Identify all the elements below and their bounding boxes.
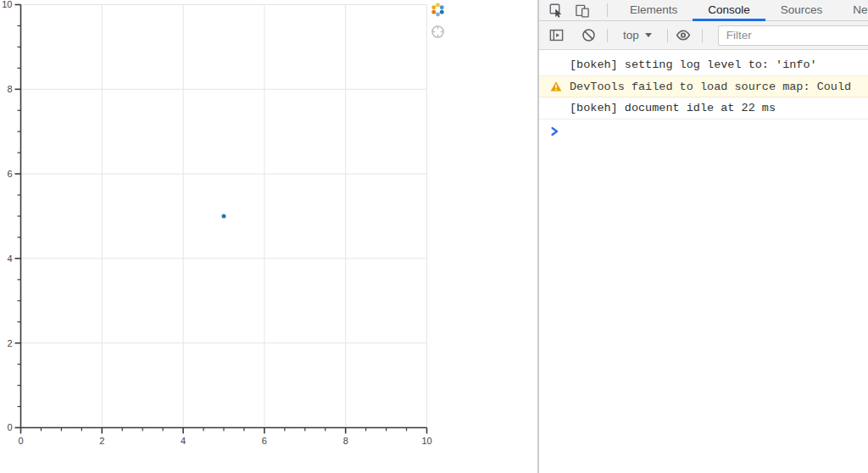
tab-sources[interactable]: Sources xyxy=(765,0,838,21)
toolbar-separator xyxy=(702,29,703,42)
devtools-tabs: Elements Console Sources Network xyxy=(615,0,868,21)
dropdown-caret-icon xyxy=(645,33,652,37)
bokeh-logo-icon[interactable] xyxy=(430,2,446,18)
toggle-device-toolbar-button[interactable] xyxy=(574,2,591,19)
execution-context-selector[interactable]: top xyxy=(615,29,660,42)
svg-text:6: 6 xyxy=(7,169,12,179)
bokeh-plot[interactable]: 02468100246810 xyxy=(0,0,458,454)
console-prompt-icon xyxy=(550,127,559,136)
svg-text:0: 0 xyxy=(7,422,12,432)
tab-network[interactable]: Network xyxy=(837,0,868,21)
svg-text:0: 0 xyxy=(18,436,23,446)
toolbar-separator xyxy=(667,29,668,42)
inspect-element-icon xyxy=(548,3,564,18)
console-warning-row[interactable]: DevTools failed to load source map: Coul… xyxy=(539,76,868,97)
svg-text:10: 10 xyxy=(2,0,12,9)
devtools-panel: Elements Console Sources Network top xyxy=(537,0,868,473)
svg-text:10: 10 xyxy=(421,436,431,446)
clear-console-button[interactable] xyxy=(580,27,597,44)
svg-text:4: 4 xyxy=(181,436,186,446)
console-toolbar: top xyxy=(539,21,868,50)
svg-text:2: 2 xyxy=(7,338,12,348)
live-expression-eye-icon xyxy=(675,25,692,45)
bokeh-toolbar xyxy=(428,2,447,39)
devtools-tabbar: Elements Console Sources Network xyxy=(539,0,868,21)
toolbar-separator xyxy=(607,29,608,42)
live-expression-button[interactable] xyxy=(675,27,692,44)
toolbar-separator xyxy=(607,3,608,17)
svg-text:2: 2 xyxy=(99,436,104,446)
console-message-text: [bokeh] document idle at 22 ms xyxy=(570,102,776,114)
scatter-plot-canvas[interactable]: 02468100246810 xyxy=(0,0,458,454)
console-log-row[interactable]: [bokeh] setting log level to: 'info' xyxy=(539,54,868,76)
svg-text:4: 4 xyxy=(7,253,12,264)
warning-icon xyxy=(550,81,562,92)
svg-text:8: 8 xyxy=(7,84,12,94)
console-log-row[interactable]: [bokeh] document idle at 22 ms xyxy=(539,97,868,120)
console-messages: [bokeh] setting log level to: 'info' Dev… xyxy=(539,50,868,143)
toggle-device-toolbar-icon xyxy=(575,3,590,18)
console-prompt-row[interactable] xyxy=(539,120,868,143)
svg-text:6: 6 xyxy=(262,436,267,446)
console-sidebar-icon xyxy=(548,27,565,43)
console-message-text: [bokeh] setting log level to: 'info' xyxy=(570,58,817,71)
context-label: top xyxy=(623,29,639,42)
svg-text:8: 8 xyxy=(343,436,348,446)
clear-console-icon xyxy=(581,27,597,43)
tab-console[interactable]: Console xyxy=(693,0,765,21)
tab-elements[interactable]: Elements xyxy=(615,0,693,21)
console-filter-input[interactable] xyxy=(718,25,868,46)
inspect-element-button[interactable] xyxy=(548,2,565,19)
crosshair-tool-icon[interactable] xyxy=(431,25,445,39)
console-sidebar-toggle-button[interactable] xyxy=(548,27,565,44)
console-message-text: DevTools failed to load source map: Coul… xyxy=(570,81,851,93)
